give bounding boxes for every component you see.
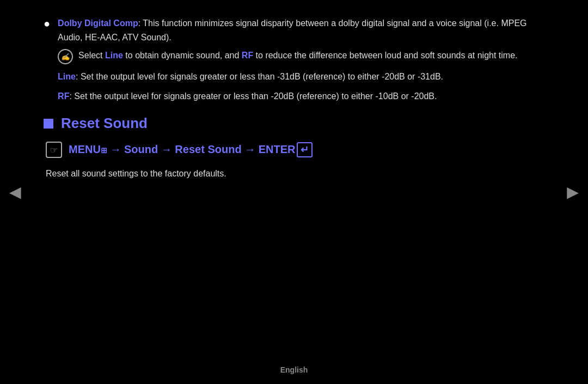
- menu-path-text: MENU⊞ → Sound → Reset Sound → ENTER↵: [69, 142, 313, 157]
- line-label: Line: [58, 72, 76, 81]
- sound-path-label: Sound: [124, 143, 158, 155]
- bullet-content: Dolby Digital Comp: This function minimi…: [58, 16, 544, 103]
- remote-icon-symbol: ☞: [50, 145, 58, 155]
- section-square-icon: [44, 119, 53, 129]
- reset-path-label: Reset Sound: [175, 143, 241, 155]
- dolby-label: Dolby Digital Comp: [58, 19, 138, 28]
- line-paragraph: Line: Set the output level for signals g…: [58, 70, 544, 84]
- menu-icon-chars: ⊞: [101, 146, 107, 155]
- content-area: ● Dolby Digital Comp: This function mini…: [44, 11, 544, 181]
- nav-left-arrow[interactable]: ◄: [5, 181, 25, 204]
- rf-label: RF: [58, 92, 69, 101]
- note-line: ✍ Select Line to obtain dynamic sound, a…: [58, 48, 544, 64]
- bullet-dot: ●: [44, 17, 50, 30]
- arrow-2: →: [161, 143, 175, 155]
- bullet-section: ● Dolby Digital Comp: This function mini…: [44, 16, 544, 103]
- note-icon: ✍: [58, 49, 73, 64]
- enter-path-label: ENTER: [259, 143, 296, 155]
- reset-sound-heading: Reset Sound: [44, 115, 544, 132]
- nav-right-arrow[interactable]: ►: [563, 181, 583, 204]
- menu-keyword: MENU: [69, 143, 101, 155]
- menu-path-line: ☞ MENU⊞ → Sound → Reset Sound → ENTER↵: [46, 142, 544, 158]
- section-title: Reset Sound: [61, 115, 148, 132]
- arrow-3: →: [244, 143, 259, 155]
- reset-description: Reset all sound settings to the factory …: [46, 167, 544, 181]
- footer-language: English: [280, 365, 308, 374]
- note-icon-symbol: ✍: [61, 53, 70, 61]
- bullet-main-text: Dolby Digital Comp: This function minimi…: [58, 19, 526, 42]
- arrow-1: →: [110, 143, 124, 155]
- enter-icon: ↵: [297, 142, 313, 157]
- remote-control-icon: ☞: [46, 142, 62, 158]
- note-line-label: Line: [105, 51, 123, 60]
- page-container: ◄ ► ● Dolby Digital Comp: This function …: [0, 0, 588, 384]
- note-text: Select Line to obtain dynamic sound, and…: [78, 48, 544, 63]
- rf-paragraph: RF: Set the output level for signals gre…: [58, 89, 544, 103]
- note-rf-label: RF: [242, 51, 253, 60]
